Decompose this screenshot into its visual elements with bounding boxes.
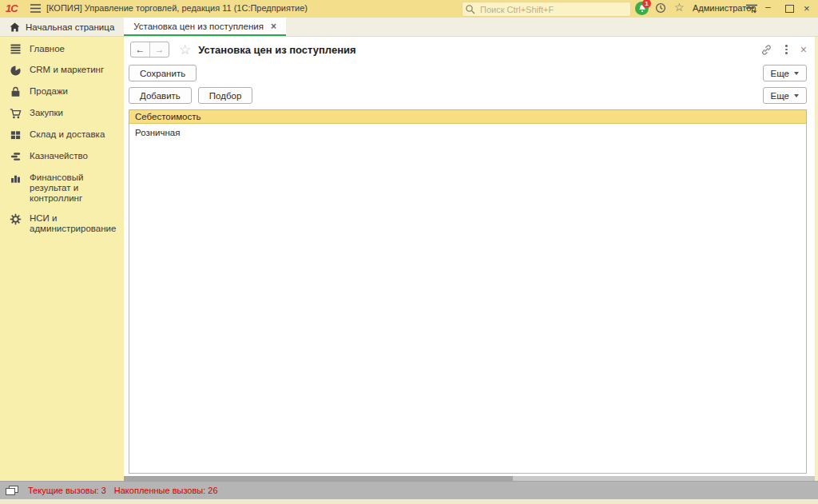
sidebar-item-label: Склад и доставка — [30, 129, 105, 140]
pie-chart-icon — [10, 65, 22, 77]
pick-button[interactable]: Подбор — [198, 87, 253, 104]
more-button-top[interactable]: Еще — [763, 65, 807, 81]
favorite-star-icon[interactable]: ☆ — [179, 42, 191, 58]
accumulated-calls-text: Накопленные вызовы: 26 — [114, 486, 218, 495]
sidebar-item-label: Финансовый результат и контроллинг — [30, 173, 121, 204]
save-toolbar: Сохранить Еще — [129, 65, 807, 81]
table-toolbar: Добавить Подбор Еще — [129, 87, 807, 104]
more-button-table[interactable]: Еще — [763, 87, 807, 104]
notification-badge: 1 — [642, 0, 651, 8]
sidebar-item-label: Казначейство — [30, 151, 88, 161]
tab-price-setting[interactable]: Установка цен из поступления × — [124, 18, 286, 36]
favorites-button[interactable]: ☆ — [674, 1, 685, 14]
sidebar-item-label: Закупки — [30, 108, 63, 118]
search-icon — [465, 4, 476, 15]
chevron-down-icon — [794, 94, 799, 97]
form-close-button[interactable]: × — [800, 43, 807, 56]
accumulated-calls-label: Накопленные вызовы: — [114, 486, 205, 495]
forward-button[interactable]: → — [149, 42, 169, 57]
shopping-bag-icon — [10, 86, 22, 98]
sidebar-item-label: CRM и маркетинг — [30, 65, 104, 75]
price-types-table: Себестоимость Розничная — [129, 109, 807, 474]
chevron-down-icon — [794, 72, 799, 75]
notifications-button[interactable]: 1 — [635, 2, 649, 15]
bar-chart-icon — [10, 173, 22, 185]
tab-close-icon[interactable]: × — [271, 21, 276, 32]
tab-bar: Начальная страница Установка цен из пост… — [0, 18, 818, 37]
more-button-label: Еще — [771, 91, 789, 101]
more-actions-icon[interactable] — [785, 45, 788, 54]
main-area: ← → ☆ Установка цен из поступления — [124, 37, 818, 481]
table-header-cell[interactable]: Себестоимость — [129, 110, 806, 124]
shopping-cart-icon — [10, 108, 22, 120]
sidebar-item-warehouse[interactable]: Склад и доставка — [0, 125, 124, 146]
table-row[interactable]: Розничная — [129, 124, 806, 141]
sidebar-item-purchases[interactable]: Закупки — [0, 103, 124, 125]
sidebar-item-crm[interactable]: CRM и маркетинг — [0, 60, 124, 81]
window-frame-right — [815, 37, 818, 481]
sidebar-item-sales[interactable]: Продажи — [0, 81, 124, 103]
tab-label: Начальная страница — [26, 22, 114, 32]
status-bar: Текущие вызовы: 3 Накопленные вызовы: 26 — [0, 481, 818, 499]
current-calls-value: 3 — [101, 486, 106, 495]
gear-icon — [10, 213, 22, 225]
sidebar-item-label: Продажи — [30, 86, 68, 97]
clock-history-icon — [655, 2, 666, 14]
minimize-button[interactable]: – — [765, 2, 771, 13]
coins-icon — [10, 151, 22, 163]
window-frame-bottom — [0, 499, 818, 504]
save-button[interactable]: Сохранить — [129, 65, 197, 81]
sidebar-item-label: Главное — [30, 44, 65, 54]
hamburger-icon — [30, 3, 42, 14]
page-title: Установка цен из поступления — [198, 44, 355, 56]
search-input[interactable] — [478, 2, 629, 16]
form-header: ← → ☆ Установка цен из поступления — [129, 41, 807, 58]
menu-lines-icon — [10, 44, 22, 55]
home-icon — [10, 22, 20, 32]
title-bar: 1С [КОПИЯ] Управление торговлей, редакци… — [0, 0, 818, 18]
add-button[interactable]: Добавить — [129, 87, 192, 104]
sidebar-item-treasury[interactable]: Казначейство — [0, 146, 124, 168]
tab-label: Установка цен из поступления — [133, 22, 264, 31]
back-button[interactable]: ← — [131, 42, 149, 57]
windows-icon — [5, 485, 20, 497]
sidebar-item-admin[interactable]: НСИ и администрирование — [0, 208, 124, 239]
sidebar: Главное CRM и маркетинг Продажи — [0, 37, 124, 481]
app-window: 1С [КОПИЯ] Управление торговлей, редакци… — [0, 0, 818, 504]
current-calls-label: Текущие вызовы: — [28, 486, 99, 495]
more-button-label: Еще — [771, 69, 789, 78]
tab-home[interactable]: Начальная страница — [0, 18, 124, 36]
close-button[interactable]: × — [804, 2, 810, 14]
global-search — [462, 2, 631, 17]
sidebar-item-main[interactable]: Главное — [0, 39, 124, 60]
form-price-setting: ← → ☆ Установка цен из поступления — [124, 37, 818, 476]
history-nav: ← → — [130, 42, 169, 58]
sidebar-item-finance[interactable]: Финансовый результат и контроллинг — [0, 168, 124, 208]
form-header-actions: × — [760, 43, 807, 56]
sidebar-item-label: НСИ и администрирование — [30, 213, 121, 234]
lines-caret-icon — [745, 4, 758, 14]
current-calls-text: Текущие вызовы: 3 — [28, 486, 106, 495]
link-icon[interactable] — [760, 44, 772, 56]
grid-icon — [10, 129, 22, 141]
accumulated-calls-value: 26 — [208, 486, 217, 495]
app-logo: 1С — [6, 2, 18, 14]
window-title: [КОПИЯ] Управление торговлей, редакция 1… — [46, 3, 308, 13]
maximize-button[interactable] — [785, 5, 794, 13]
